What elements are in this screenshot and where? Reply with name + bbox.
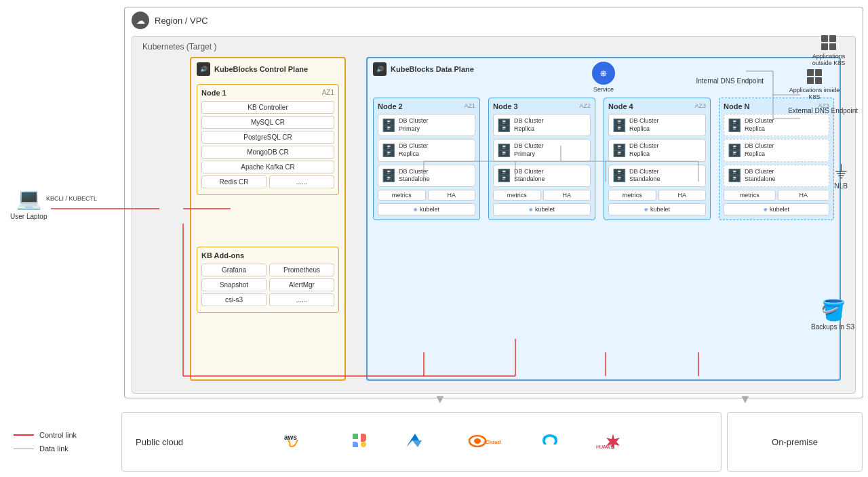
- node3-column: Node 3 AZ2 🗄️ DB ClusterReplica 🗄️ DB Cl…: [488, 98, 595, 220]
- snapshot-btn: Snapshot: [201, 278, 267, 291]
- legend-control: Control link: [14, 431, 105, 439]
- node4-cluster2: 🗄️ DB ClusterReplica: [608, 139, 706, 161]
- node2-cluster3: 🗄️ DB ClusterStandalone: [378, 165, 475, 187]
- control-plane-header: 🔊 KubeBlocks Control Plane: [191, 58, 344, 80]
- redis-cr-btn: Redis CR: [201, 175, 267, 188]
- node2-ha: HA: [428, 190, 476, 201]
- grafana-btn: Grafana: [201, 264, 267, 276]
- postgresql-cr-btn: PostgreSQL CR: [201, 131, 334, 144]
- kb-controller-btn: KB Controller: [201, 101, 334, 114]
- huawei-logo: HUAWEI: [596, 431, 630, 453]
- nodeN-kubelet: ⎈ kubelet: [724, 203, 829, 215]
- user-laptop: 💻 User Laptop: [10, 186, 47, 220]
- node4-az: AZ3: [694, 102, 706, 110]
- node2-kubelet: ⎈ kubelet: [378, 203, 475, 215]
- node4-metrics: metrics: [608, 190, 656, 201]
- k8s-service-wheel: ⎈: [592, 62, 615, 85]
- dp-speaker-icon: 🔊: [373, 62, 387, 76]
- svg-text:HUAWEI: HUAWEI: [596, 444, 615, 449]
- node3-az: AZ2: [579, 102, 591, 110]
- laptop-label: User Laptop: [10, 213, 47, 220]
- apps-outside-label: Applications outside K8S: [802, 53, 856, 66]
- node4-ha: HA: [658, 190, 707, 201]
- public-cloud-section: Public cloud aws: [121, 412, 722, 472]
- nodeN-column: Node N AZ3 🗄️ DB ClusterReplica 🗄️ DB Cl…: [719, 98, 834, 220]
- node2-cluster1: 🗄️ DB ClusterPrimary: [378, 114, 475, 136]
- external-dns-label: External DNS Endpoint: [788, 107, 858, 115]
- mongodb-cr-btn: MongoDB CR: [201, 146, 334, 159]
- addons-label: KB Add-ons: [201, 251, 334, 260]
- apps-inside-area: Applications inside K8S: [787, 69, 842, 100]
- nodeN-cluster3: 🗄️ DB ClusterStandalone: [724, 165, 829, 187]
- laptop-icon: 💻: [16, 186, 41, 210]
- nlb-area: ⏚ NLB: [835, 159, 848, 190]
- legend-section: Control link Data link: [0, 407, 119, 477]
- node2-cluster2: 🗄️ DB ClusterReplica: [378, 139, 475, 161]
- nodeN-label: Node N: [724, 102, 750, 110]
- node3-cluster3: 🗄️ DB ClusterStandalone: [493, 165, 591, 187]
- alibaba-cloud-logo: Cloud: [464, 433, 505, 451]
- kbcli-label: KBCLI / KUBECTL: [46, 195, 97, 202]
- mysql-cr-btn: MySQL CR: [201, 116, 334, 129]
- svg-point-19: [361, 442, 366, 447]
- aws-logo: aws: [281, 432, 315, 452]
- nlb-label: NLB: [835, 182, 848, 190]
- node2-az: AZ1: [464, 102, 475, 110]
- node4-label: Node 4: [608, 102, 633, 110]
- svg-point-21: [474, 438, 481, 444]
- data-plane-box: 🔊 KubeBlocks Data Plane ⎈ Service Node 2…: [366, 57, 841, 381]
- on-premise-section: On-premise: [727, 412, 863, 472]
- alertmgr-btn: AlertMgr: [269, 278, 334, 291]
- bottom-bar: Control link Data link Public cloud aws: [0, 407, 868, 477]
- nodeN-ha: HA: [778, 190, 830, 201]
- nlb-icon: ⏚: [835, 159, 847, 181]
- node3-label: Node 3: [493, 102, 518, 110]
- backups-area: 🪣 Backups in S3: [811, 298, 854, 331]
- bucket-icon: 🪣: [821, 298, 846, 322]
- main-container: 💻 User Laptop KBCLI / KUBECTL ⎈ API Serv…: [0, 0, 868, 477]
- node2-label: Node 2: [378, 102, 403, 110]
- control-plane-box: 🔊 KubeBlocks Control Plane Node 1 AZ1 KB…: [190, 57, 346, 381]
- csi-s3-btn: csi-s3: [201, 293, 267, 306]
- apps-outside-area: Applications outside K8S: [802, 35, 856, 66]
- region-vpc-box: ☁ Region / VPC Kubernetes (Target ) 🔊 Ku…: [124, 7, 863, 398]
- internal-dns-label: Internal DNS Endpoint: [696, 77, 764, 85]
- kubernetes-box: Kubernetes (Target ) 🔊 KubeBlocks Contro…: [132, 36, 856, 394]
- cr-more-btn: ......: [269, 175, 334, 188]
- region-header: ☁ Region / VPC: [125, 7, 863, 33]
- node4-column: Node 4 AZ3 🗄️ DB ClusterReplica 🗄️ DB Cl…: [604, 98, 711, 220]
- prometheus-btn: Prometheus: [269, 264, 334, 276]
- down-arrow-1: ▼: [434, 392, 446, 407]
- node4-cluster3: 🗄️ DB ClusterStandalone: [608, 165, 706, 187]
- backups-label: Backups in S3: [811, 323, 854, 331]
- node4-kubelet: ⎈ kubelet: [608, 203, 706, 215]
- speaker-icon: 🔊: [197, 62, 210, 76]
- addons-box: KB Add-ons Grafana Prometheus Snapshot A…: [197, 247, 339, 313]
- nodeN-metrics: metrics: [724, 190, 776, 201]
- node1-az: AZ1: [322, 89, 334, 97]
- legend-data: Data link: [14, 444, 105, 453]
- node3-metrics: metrics: [493, 190, 541, 201]
- service-label: Service: [593, 86, 614, 93]
- kafka-cr-btn: Apache Kafka CR: [201, 161, 334, 173]
- node3-kubelet: ⎈ kubelet: [493, 203, 591, 215]
- nodeN-cluster1: 🗄️ DB ClusterReplica: [724, 114, 829, 136]
- service-area: ⎈ Service: [592, 62, 615, 93]
- node1-box: Node 1 AZ1 KB Controller MySQL CR Postgr…: [197, 84, 339, 195]
- azure-logo: [403, 431, 430, 453]
- down-arrow-2: ▼: [739, 392, 751, 407]
- google-cloud-logo: [349, 430, 369, 454]
- node4-cluster1: 🗄️ DB ClusterReplica: [608, 114, 706, 136]
- node2-metrics: metrics: [378, 190, 426, 201]
- tencent-cloud-logo: [538, 431, 562, 453]
- svg-text:Cloud: Cloud: [486, 439, 501, 445]
- nodeN-cluster2: 🗄️ DB ClusterReplica: [724, 139, 829, 161]
- node3-cluster2: 🗄️ DB ClusterPrimary: [493, 139, 591, 161]
- node2-column: Node 2 AZ1 🗄️ DB ClusterPrimary 🗄️ DB Cl…: [373, 98, 480, 220]
- node1-label: Node 1: [201, 89, 226, 97]
- region-icon: ☁: [132, 12, 149, 29]
- region-title: Region / VPC: [155, 16, 208, 26]
- public-cloud-label: Public cloud: [136, 437, 183, 447]
- cloud-logos: aws: [203, 430, 707, 454]
- node3-cluster1: 🗄️ DB ClusterReplica: [493, 114, 591, 136]
